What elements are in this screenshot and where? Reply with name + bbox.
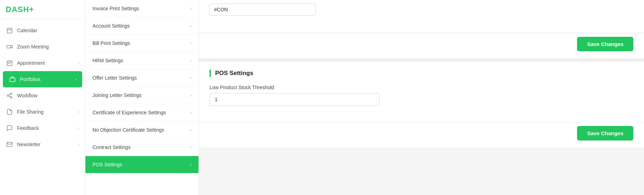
submenu-label-account-settings: Account Settings — [93, 23, 130, 29]
submenu-label-hrm-settings: HRM Settings — [93, 58, 123, 63]
svg-line-15 — [9, 96, 10, 97]
sidebar: DASH+ Calendar Zoom Meeting Appointment … — [0, 0, 85, 195]
submenu-label-pos-settings: POS Settings — [93, 162, 122, 167]
sidebar-label-portfolios: Portfolios — [20, 76, 75, 82]
submenu-invoice-print[interactable]: Invoice Print Settings › — [85, 0, 198, 17]
svg-rect-4 — [7, 45, 11, 48]
sidebar-item-appointment[interactable]: Appointment › — [0, 55, 85, 71]
appointment-icon — [6, 59, 13, 67]
logo-part2: H+ — [23, 5, 34, 14]
low-stock-field-group: Low Product Stock Threshold — [209, 85, 633, 106]
feedback-arrow: › — [78, 126, 79, 130]
svg-line-16 — [9, 94, 10, 95]
sidebar-item-portfolios[interactable]: Portfolios › — [3, 71, 82, 87]
file-sharing-icon — [6, 108, 13, 116]
submenu-panel: Invoice Print Settings › Account Setting… — [85, 0, 199, 195]
submenu-arrow-no-objection: › — [190, 127, 191, 132]
submenu-joining-letter[interactable]: Joining Letter Settings › — [85, 87, 198, 104]
sidebar-label-appointment: Appointment — [17, 60, 78, 66]
top-input-area — [209, 4, 633, 16]
newsletter-icon — [6, 140, 13, 148]
sidebar-item-zoom[interactable]: Zoom Meeting — [0, 39, 85, 55]
sidebar-label-calendar: Calendar — [17, 28, 79, 33]
submenu-cert-experience[interactable]: Certificate of Experience Settings › — [85, 104, 198, 121]
submenu-account-settings[interactable]: Account Settings › — [85, 17, 198, 35]
pos-title-bar: POS Settings — [209, 70, 633, 77]
main-content: Save Changes POS Settings Low Product St… — [199, 0, 644, 195]
feedback-icon — [6, 124, 13, 132]
sidebar-item-newsletter[interactable]: Newsletter › — [0, 136, 85, 153]
pos-section-title: POS Settings — [215, 70, 253, 76]
submenu-arrow-offer-letter: › — [190, 75, 191, 80]
sidebar-item-file-sharing[interactable]: File Sharing › — [0, 104, 85, 120]
sidebar-item-workflow[interactable]: Workflow — [0, 87, 85, 104]
submenu-label-offer-letter: Offer Letter Settings — [93, 75, 137, 81]
sidebar-nav: Calendar Zoom Meeting Appointment › Port… — [0, 19, 85, 195]
low-stock-label: Low Product Stock Threshold — [209, 85, 633, 90]
submenu-label-bill-print: Bill Print Settings — [93, 40, 130, 46]
svg-point-13 — [7, 95, 9, 97]
submenu-label-invoice-print: Invoice Print Settings — [93, 6, 139, 11]
submenu-arrow-cert-experience: › — [190, 110, 191, 115]
appointment-arrow: › — [78, 61, 79, 65]
sidebar-label-feedback: Feedback — [17, 125, 78, 131]
submenu-offer-letter[interactable]: Offer Letter Settings › — [85, 69, 198, 87]
submenu-arrow-joining-letter: › — [190, 93, 191, 98]
workflow-icon — [6, 92, 13, 99]
logo: DASH+ — [6, 5, 79, 14]
sidebar-item-calendar[interactable]: Calendar — [0, 22, 85, 39]
calendar-icon — [6, 27, 13, 34]
pos-settings-section: POS Settings Low Product Stock Threshold — [199, 62, 644, 122]
zoom-icon — [6, 43, 13, 51]
submenu-arrow-hrm-settings: › — [190, 58, 191, 63]
submenu-arrow-account-settings: › — [190, 23, 191, 28]
submenu-hrm-settings[interactable]: HRM Settings › — [85, 52, 198, 69]
top-section — [199, 0, 644, 33]
portfolios-arrow: › — [75, 77, 77, 81]
submenu-label-joining-letter: Joining Letter Settings — [93, 92, 142, 98]
submenu-label-no-objection: No Objection Certificate Settings — [93, 127, 164, 133]
section-divider — [199, 58, 644, 62]
pos-save-row: Save Changes — [199, 122, 644, 148]
sidebar-label-zoom: Zoom Meeting — [17, 44, 79, 50]
submenu-label-cert-experience: Certificate of Experience Settings — [93, 110, 166, 115]
logo-part1: DAS — [6, 5, 23, 14]
low-stock-input[interactable] — [209, 93, 380, 106]
submenu-no-objection[interactable]: No Objection Certificate Settings › — [85, 121, 198, 139]
svg-rect-11 — [10, 78, 15, 82]
submenu-contract-settings[interactable]: Contract Settings › — [85, 139, 198, 156]
submenu-label-contract-settings: Contract Settings — [93, 144, 130, 150]
submenu-bill-print[interactable]: Bill Print Settings › — [85, 35, 198, 52]
submenu-arrow-invoice-print: › — [190, 6, 191, 11]
svg-rect-0 — [7, 28, 12, 33]
svg-point-14 — [10, 97, 12, 98]
top-save-button[interactable]: Save Changes — [577, 37, 633, 51]
submenu-pos-settings[interactable]: POS Settings › — [85, 156, 198, 173]
top-save-row: Save Changes — [199, 33, 644, 58]
pos-save-button[interactable]: Save Changes — [577, 126, 633, 140]
submenu-arrow-pos-settings: › — [190, 162, 191, 167]
logo-area: DASH+ — [0, 0, 85, 19]
sidebar-label-workflow: Workflow — [17, 93, 79, 98]
sidebar-label-file-sharing: File Sharing — [17, 109, 78, 115]
svg-point-12 — [10, 93, 12, 95]
newsletter-arrow: › — [78, 142, 79, 147]
con-input[interactable] — [209, 4, 316, 16]
file-sharing-arrow: › — [78, 110, 79, 114]
submenu-arrow-bill-print: › — [190, 41, 191, 46]
sidebar-label-newsletter: Newsletter — [17, 142, 78, 147]
portfolios-icon — [9, 75, 16, 83]
sidebar-item-feedback[interactable]: Feedback › — [0, 120, 85, 136]
submenu-arrow-contract-settings: › — [190, 145, 191, 150]
